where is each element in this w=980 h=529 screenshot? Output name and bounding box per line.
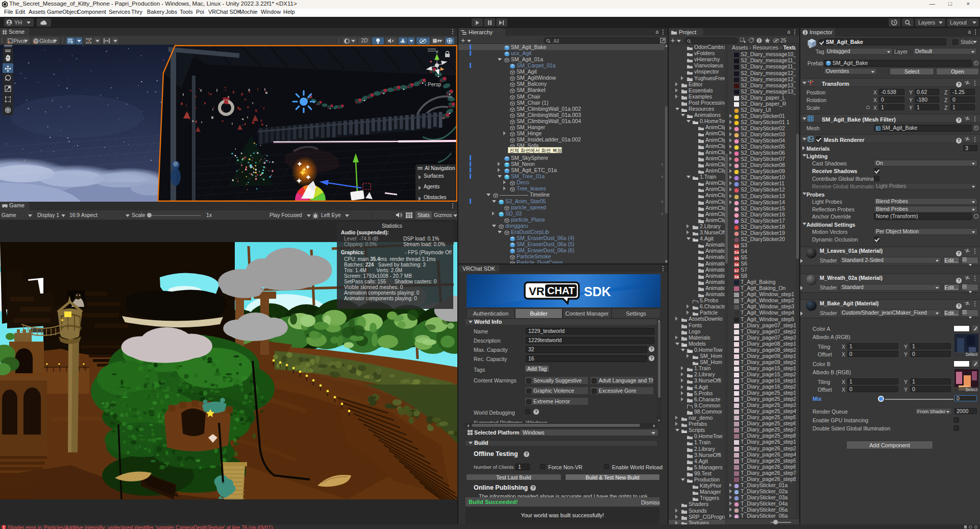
- svg-text:Y: Y: [71, 40, 74, 44]
- svg-text:‹ Persp: ‹ Persp: [425, 82, 442, 87]
- svg-text:SDK: SDK: [584, 284, 611, 299]
- svg-text:S4: S4: [734, 251, 739, 254]
- svg-text:S8: S8: [734, 275, 739, 279]
- svg-text:S7: S7: [734, 269, 739, 273]
- svg-text:CHAT: CHAT: [547, 285, 575, 296]
- svg-text:S5: S5: [734, 257, 739, 260]
- svg-text:S6: S6: [734, 263, 739, 267]
- svg-text:VR: VR: [529, 285, 545, 298]
- svg-text:S3: S3: [734, 245, 739, 248]
